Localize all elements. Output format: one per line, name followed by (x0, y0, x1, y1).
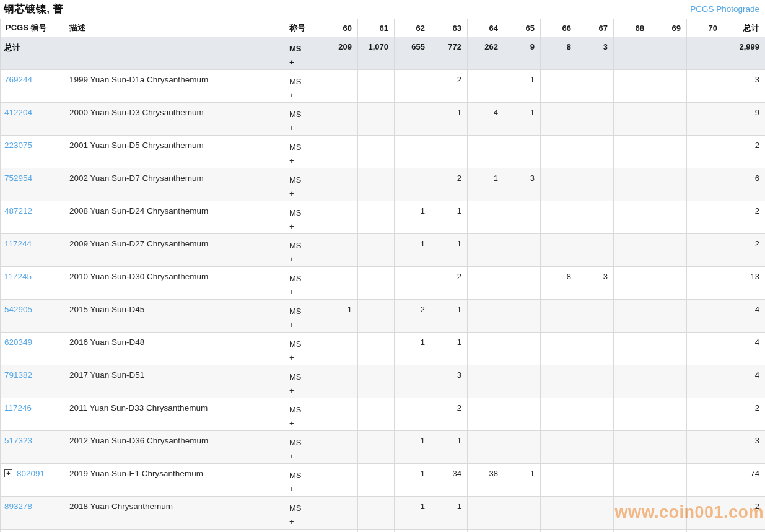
grade-count-cell (321, 70, 358, 103)
designation-cell: MS + (284, 497, 321, 530)
grade-count-cell (541, 70, 577, 103)
total-row-label: 总计 (1, 37, 64, 70)
grade-count-cell (321, 365, 358, 398)
description-cell: 2011 Yuan Sun-D33 Chrysanthemum (64, 398, 284, 431)
table-row: 4122042000 Yuan Sun-D3 ChrysanthemumMS +… (1, 103, 765, 136)
header-total: 总计 (723, 19, 765, 37)
grade-count-cell: 1 (431, 234, 468, 267)
grade-count-cell (358, 431, 395, 464)
pcgs-number-link[interactable]: 117246 (4, 403, 32, 412)
grade-count-cell: 183 (321, 530, 358, 532)
grade-count-cell (614, 497, 650, 530)
table-row: 8932782018 Yuan ChrysanthemumMS +112 (1, 497, 765, 530)
grade-count-cell: 1 (504, 70, 541, 103)
grade-count-cell (650, 333, 687, 365)
total-row: 总计 MS + 2091,0706557722629832,999 (1, 37, 765, 70)
designation-cell: MS + (284, 70, 321, 103)
grade-count-cell: 3 (504, 530, 541, 532)
grade-count-cell: 1 (431, 497, 468, 530)
header-grade-62: 62 (395, 19, 431, 37)
pcgs-number-link[interactable]: 791382 (4, 370, 32, 380)
grade-count-cell (650, 168, 687, 201)
grade-count-cell (577, 234, 614, 267)
grade-count-cell (614, 168, 650, 201)
grade-count-cell (321, 431, 358, 464)
pcgs-number-link[interactable]: 117244 (4, 239, 32, 248)
header-grade-66: 66 (541, 19, 577, 37)
row-total-cell: 2 (723, 234, 765, 267)
grade-count-cell (468, 201, 504, 234)
table-body: 7692441999 Yuan Sun-D1a ChrysanthemumMS … (1, 70, 765, 532)
grade-count-cell (577, 365, 614, 398)
pcgs-number-cell: 117246 (1, 398, 64, 431)
grade-count-cell (687, 431, 723, 464)
designation-cell: MS + (284, 234, 321, 267)
pcgs-number-cell: 769244 (1, 70, 64, 103)
pcgs-number-link[interactable]: 117245 (4, 272, 32, 281)
grade-count-cell (358, 398, 395, 431)
total-row-count-cell: 9 (504, 37, 541, 70)
grade-count-cell (468, 300, 504, 333)
grade-count-cell: 1 (431, 103, 468, 136)
grade-count-cell (577, 168, 614, 201)
total-row-count-cell: 209 (321, 37, 358, 70)
designation-cell: MS + (284, 333, 321, 365)
description-cell: 2017 Yuan Sun-D51 (64, 365, 284, 398)
grade-count-cell (687, 530, 723, 532)
grade-count-cell (687, 365, 723, 398)
total-row-count-cell: 772 (431, 37, 468, 70)
grade-count-cell (650, 70, 687, 103)
designation-cell: MS + (284, 398, 321, 431)
pcgs-number-link[interactable]: 802091 (17, 469, 45, 478)
description-cell: 2019 Yuan Sun-E1 Chrysanthemum (64, 464, 284, 497)
grade-count-cell: 1 (431, 201, 468, 234)
grade-count-cell: 1 (504, 464, 541, 497)
grade-count-cell (614, 70, 650, 103)
grade-count-cell (614, 103, 650, 136)
population-table: PCGS 编号 描述 称号 6061626364656667686970总计 总… (0, 19, 765, 532)
row-total-cell: 9 (723, 103, 765, 136)
table-header: PCGS 编号 描述 称号 6061626364656667686970总计 (1, 19, 765, 37)
grade-count-cell: 1 (431, 431, 468, 464)
top-bar: 钢芯镀镍, 普 PCGS Photograde (0, 0, 765, 19)
grade-count-cell (395, 70, 431, 103)
pcgs-number-link[interactable]: 223075 (4, 141, 32, 150)
grade-count-cell: 1 (395, 431, 431, 464)
header-grade-65: 65 (504, 19, 541, 37)
grade-count-cell (577, 464, 614, 497)
grade-count-cell: 647 (395, 530, 431, 532)
grade-count-cell (650, 136, 687, 168)
pcgs-number-link[interactable]: 542905 (4, 305, 32, 314)
grade-count-cell (504, 136, 541, 168)
grade-count-cell: 8 (541, 267, 577, 300)
pcgs-number-link[interactable]: 769244 (4, 75, 32, 84)
pcgs-number-cell: 223075 (1, 136, 64, 168)
pcgs-number-link[interactable]: 620349 (4, 338, 32, 347)
grade-count-cell: 1 (395, 333, 431, 365)
grade-count-cell (687, 168, 723, 201)
grade-count-cell (468, 431, 504, 464)
description-cell: 2008 Yuan Sun-D24 Chrysanthemum (64, 201, 284, 234)
grade-count-cell (650, 201, 687, 234)
expand-plus-icon[interactable]: + (4, 469, 12, 477)
description-cell: 2009 Yuan Sun-D27 Chrysanthemum (64, 234, 284, 267)
grade-count-cell (541, 497, 577, 530)
pcgs-number-link[interactable]: 752954 (4, 173, 32, 183)
grade-count-cell (687, 103, 723, 136)
grade-count-cell (395, 398, 431, 431)
pcgs-number-link[interactable]: 517323 (4, 436, 32, 445)
pcgs-number-link[interactable]: 412204 (4, 108, 32, 117)
designation-cell: MS + (284, 168, 321, 201)
description-cell: 2001 Yuan Sun-D5 Chrysanthemum (64, 136, 284, 168)
grade-count-cell (541, 103, 577, 136)
grade-count-cell (577, 431, 614, 464)
grade-count-cell (358, 267, 395, 300)
pcgs-number-link[interactable]: 487212 (4, 206, 32, 216)
designation-cell: MS + (284, 365, 321, 398)
grade-count-cell (577, 70, 614, 103)
description-cell: 2015 Yuan Sun-D45 (64, 300, 284, 333)
grade-count-cell (395, 168, 431, 201)
photograde-link[interactable]: PCGS Photograde (690, 4, 759, 14)
grade-count-cell (321, 103, 358, 136)
pcgs-number-link[interactable]: 893278 (4, 502, 32, 511)
